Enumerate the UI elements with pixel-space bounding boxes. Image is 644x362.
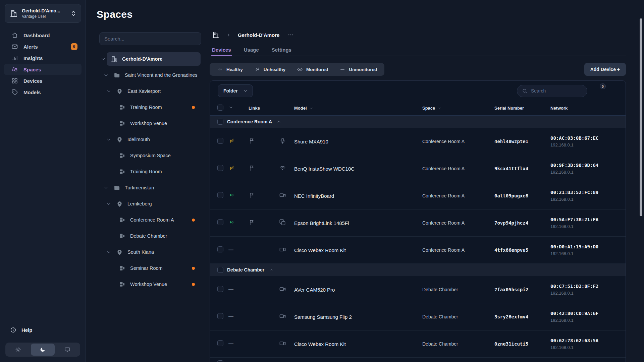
tree-item-workshop-venue[interactable]: Workshop Venue: [86, 115, 211, 131]
pin-icon: [116, 249, 123, 256]
filter-button[interactable]: 0: [595, 87, 602, 95]
device-row[interactable]: Epson BrightLink 1485Fi Conference Room …: [210, 209, 626, 237]
pin-icon: [116, 88, 123, 95]
table-search-input[interactable]: [531, 88, 578, 94]
sidebar-item-alerts[interactable]: Alerts 6: [4, 41, 82, 52]
legend-unhealthy[interactable]: Unhealthy: [254, 66, 285, 72]
tree-item-saint-vincent-and-the-grenadines[interactable]: Saint Vincent and the Grenadines: [86, 67, 211, 83]
device-row[interactable]: BenQ InstaShow WDC10C Conference Room A …: [210, 155, 626, 182]
tree-item-idellmouth[interactable]: Idellmouth: [86, 131, 211, 147]
row-checkbox[interactable]: [217, 286, 223, 292]
device-space: Conference Room A: [422, 247, 494, 253]
group-checkbox[interactable]: [217, 267, 223, 273]
device-model[interactable]: AVer CAM520 Pro: [294, 287, 422, 293]
chevdown-icon: [103, 185, 109, 190]
legend-monitored[interactable]: Monitored: [297, 66, 328, 72]
device-ip: 192.168.0.1: [550, 197, 626, 202]
device-model[interactable]: Epson BrightLink 1485Fi: [294, 220, 422, 226]
sidebar-item-devices[interactable]: Devices: [4, 75, 82, 86]
device-row[interactable]: — Cisco Webex Room Kit Conference Room A…: [210, 237, 626, 264]
building-icon[interactable]: [212, 31, 219, 39]
theme-light-button[interactable]: [6, 344, 30, 356]
group-row-debate-chamber[interactable]: Debate Chamber: [210, 264, 626, 276]
column-network[interactable]: Network: [550, 106, 626, 111]
column-model[interactable]: Model: [294, 106, 422, 111]
tree-item-workshop-venue[interactable]: Workshop Venue: [86, 276, 211, 292]
tree-item-seminar-room[interactable]: Seminar Room: [86, 260, 211, 276]
device-mac: 00:AC:03:0B:67:EC: [550, 135, 626, 141]
device-model[interactable]: Shure MXA910: [294, 139, 422, 144]
tab-settings[interactable]: Settings: [272, 44, 291, 56]
room-icon: [119, 120, 126, 127]
device-model[interactable]: BenQ InstaShow WDC10C: [294, 166, 422, 172]
row-checkbox[interactable]: [217, 246, 223, 252]
tree-item-debate-chamber[interactable]: Debate Chamber: [86, 228, 211, 244]
tree-item-training-room[interactable]: Training Room: [86, 164, 211, 180]
device-model[interactable]: Samsung Samsung Flip 2: [294, 314, 422, 320]
expand-all-icon[interactable]: [228, 105, 233, 110]
row-checkbox[interactable]: [217, 165, 223, 171]
page-scrollbar[interactable]: [640, 18, 642, 216]
breadcrumb-current[interactable]: Gerhold-D'Amore: [238, 32, 279, 38]
columns-icon[interactable]: [610, 87, 617, 94]
sidebar-item-spaces[interactable]: Spaces: [4, 64, 82, 75]
tab-devices[interactable]: Devices: [212, 44, 231, 56]
more-options-icon[interactable]: [287, 32, 294, 38]
room-icon: [119, 168, 126, 175]
tree-item-south-kiana[interactable]: South Kiana: [86, 244, 211, 260]
device-row[interactable]: — Cisco Webex Room Kit Debate Chamber 0z…: [210, 330, 626, 358]
building-icon: [10, 9, 18, 17]
device-row[interactable]: — AVer CAM520 Pro Debate Chamber 7fax05h…: [210, 276, 626, 303]
device-row[interactable]: — Samsung Samsung Flip 2 Debate Chamber …: [210, 303, 626, 330]
building-icon: [111, 56, 118, 63]
row-checkbox[interactable]: [217, 340, 223, 346]
room-icon: [119, 104, 126, 111]
device-network: 00:9F:3D:98:9D:64 192.168.0.1: [550, 163, 626, 175]
device-space: Conference Room A: [422, 220, 494, 226]
help-button[interactable]: Help: [10, 327, 33, 333]
spaces-search-input[interactable]: [104, 36, 196, 42]
sidebar-item-insights[interactable]: Insights: [4, 52, 82, 64]
device-row[interactable]: NEC InfinityBoard Conference Room A 0all…: [210, 182, 626, 209]
row-checkbox[interactable]: [217, 313, 223, 319]
camera-icon: [279, 340, 286, 347]
row-checkbox[interactable]: [217, 192, 223, 198]
device-model[interactable]: Cisco Webex Room Kit: [294, 341, 422, 347]
column-links[interactable]: Links: [249, 106, 279, 111]
group-row-conference-room-a[interactable]: Conference Room A: [210, 116, 626, 128]
group-checkbox[interactable]: [217, 119, 223, 125]
spaces-panel: Spaces Gerhold-D'Amore Saint Vincent and…: [86, 0, 211, 362]
table-header: Links Model Space Serial Number Network: [210, 101, 626, 116]
tree-item-gerhold-d-amore[interactable]: Gerhold-D'Amore: [86, 51, 211, 67]
tab-usage[interactable]: Usage: [244, 44, 259, 56]
tree-item-conference-room-a[interactable]: Conference Room A: [86, 212, 211, 228]
tree-item-training-room[interactable]: Training Room: [86, 99, 211, 115]
group-by-dropdown[interactable]: Folder: [218, 84, 253, 97]
add-device-button[interactable]: Add Device +: [584, 63, 626, 76]
room-icon: [119, 265, 126, 272]
theme-system-button[interactable]: [56, 344, 79, 356]
theme-dark-button[interactable]: [31, 344, 54, 356]
row-checkbox[interactable]: [217, 138, 223, 144]
device-space: Debate Chamber: [422, 287, 494, 292]
sidebar-item-dashboard[interactable]: Dashboard: [4, 29, 82, 41]
row-checkbox[interactable]: [217, 360, 223, 362]
tree-item-symposium-space[interactable]: Symposium Space: [86, 147, 211, 164]
sidebar-item-models[interactable]: Models: [4, 86, 82, 98]
tree-item-east-xavierport[interactable]: East Xavierport: [86, 83, 211, 99]
device-model[interactable]: Cisco Webex Room Kit: [294, 247, 422, 253]
legend-healthy[interactable]: Healthy: [217, 66, 243, 72]
pin-icon: [116, 200, 123, 207]
column-serial-number[interactable]: Serial Number: [494, 106, 550, 111]
legend-unmonitored[interactable]: Unmonitored: [339, 66, 377, 72]
select-all-checkbox[interactable]: [217, 105, 223, 111]
device-model[interactable]: NEC InfinityBoard: [294, 193, 422, 199]
row-checkbox[interactable]: [217, 219, 223, 225]
account-switcher[interactable]: Gerhold-D'Amo... Vantage User: [5, 4, 81, 23]
device-row[interactable]: Shure MXA910 Conference Room A 4ehl48wzp…: [210, 128, 626, 155]
tree-item-turkmenistan[interactable]: Turkmenistan: [86, 180, 211, 196]
device-serial: 3sry26exfmv4: [494, 314, 550, 319]
column-space[interactable]: Space: [422, 106, 494, 111]
sidebar-item-label: Dashboard: [23, 33, 50, 38]
tree-item-lemkeberg[interactable]: Lemkeberg: [86, 196, 211, 212]
